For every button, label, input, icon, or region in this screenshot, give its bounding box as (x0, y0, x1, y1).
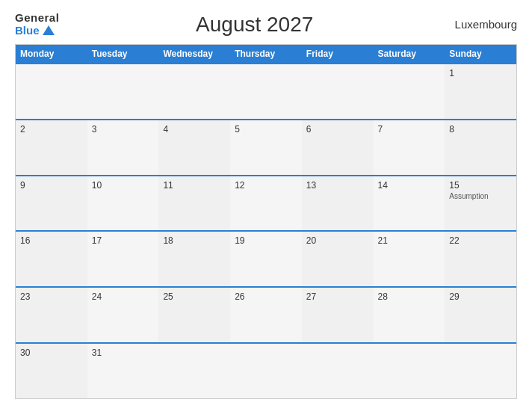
table-row: 26 (230, 288, 302, 342)
day-number: 5 (235, 124, 297, 135)
day-number: 19 (235, 235, 297, 246)
table-row (445, 344, 516, 398)
table-row: 2 (16, 120, 87, 175)
header-day-thursday: Thursday (230, 45, 302, 63)
calendar-week-3: 9101112131415Assumption (16, 175, 516, 231)
header: General Blue August 2027 Luxembourg (15, 12, 517, 37)
table-row: 16 (16, 232, 87, 286)
holiday-label: Assumption (449, 192, 512, 200)
table-row: 21 (374, 232, 445, 286)
calendar-week-2: 2345678 (16, 119, 516, 175)
day-number: 15 (449, 180, 512, 191)
table-row (230, 64, 302, 119)
header-day-tuesday: Tuesday (87, 45, 159, 63)
header-day-sunday: Sunday (445, 45, 516, 63)
header-day-saturday: Saturday (374, 45, 445, 63)
day-number: 6 (306, 124, 369, 135)
table-row: 5 (230, 120, 302, 175)
day-number: 4 (163, 124, 226, 135)
table-row: 8 (445, 120, 516, 175)
table-row (302, 64, 374, 119)
day-number: 24 (92, 291, 155, 302)
logo-triangle-icon (43, 25, 55, 35)
logo-general-text: General (15, 12, 59, 25)
table-row: 17 (87, 232, 159, 286)
table-row: 10 (87, 176, 159, 231)
table-row: 30 (16, 344, 87, 398)
day-number: 16 (20, 235, 83, 246)
day-number: 28 (378, 291, 441, 302)
table-row (374, 344, 445, 398)
calendar-week-5: 23242526272829 (16, 286, 516, 342)
calendar-page: General Blue August 2027 Luxembourg Mond… (0, 0, 532, 411)
table-row: 18 (158, 232, 230, 286)
table-row (158, 64, 230, 119)
table-row: 7 (374, 120, 445, 175)
table-row: 13 (302, 176, 374, 231)
logo: General Blue (15, 12, 59, 37)
day-number: 30 (20, 347, 83, 358)
day-number: 27 (306, 291, 369, 302)
day-number: 9 (20, 180, 83, 191)
day-number: 1 (449, 68, 512, 78)
day-number: 31 (92, 347, 155, 358)
day-number: 23 (20, 291, 83, 302)
calendar: MondayTuesdayWednesdayThursdayFridaySatu… (15, 44, 517, 399)
table-row: 20 (302, 232, 374, 286)
calendar-title: August 2027 (59, 13, 450, 37)
day-number: 13 (306, 180, 369, 191)
table-row: 19 (230, 232, 302, 286)
table-row (230, 344, 302, 398)
day-number: 25 (163, 291, 226, 302)
header-day-friday: Friday (302, 45, 374, 63)
table-row: 4 (158, 120, 230, 175)
table-row (158, 344, 230, 398)
day-number: 17 (92, 235, 155, 246)
table-row: 22 (445, 232, 516, 286)
table-row (87, 64, 159, 119)
country-label: Luxembourg (450, 18, 517, 31)
day-number: 29 (449, 291, 512, 302)
day-number: 12 (235, 180, 297, 191)
table-row: 15Assumption (445, 176, 516, 231)
table-row: 31 (87, 344, 159, 398)
day-number: 11 (163, 180, 226, 191)
table-row (16, 64, 87, 119)
calendar-week-6: 3031 (16, 342, 516, 398)
table-row: 3 (87, 120, 159, 175)
day-number: 20 (306, 235, 369, 246)
calendar-week-1: 1 (16, 63, 516, 119)
day-number: 21 (378, 235, 441, 246)
table-row: 29 (445, 288, 516, 342)
table-row: 27 (302, 288, 374, 342)
day-number: 14 (378, 180, 441, 191)
day-number: 22 (449, 235, 512, 246)
day-number: 7 (378, 124, 441, 135)
day-number: 18 (163, 235, 226, 246)
table-row: 28 (374, 288, 445, 342)
day-number: 2 (20, 124, 83, 135)
calendar-body: 123456789101112131415Assumption161718192… (16, 63, 516, 398)
table-row: 25 (158, 288, 230, 342)
day-number: 8 (449, 124, 512, 135)
table-row (302, 344, 374, 398)
day-number: 26 (235, 291, 297, 302)
calendar-week-4: 16171819202122 (16, 230, 516, 286)
calendar-header-row: MondayTuesdayWednesdayThursdayFridaySatu… (16, 45, 516, 63)
table-row: 12 (230, 176, 302, 231)
table-row: 23 (16, 288, 87, 342)
table-row: 1 (445, 64, 516, 119)
table-row: 14 (374, 176, 445, 231)
table-row (374, 64, 445, 119)
table-row: 6 (302, 120, 374, 175)
day-number: 10 (92, 180, 155, 191)
table-row: 11 (158, 176, 230, 231)
table-row: 9 (16, 176, 87, 231)
logo-blue-text: Blue (15, 25, 55, 37)
header-day-monday: Monday (16, 45, 87, 63)
table-row: 24 (87, 288, 159, 342)
day-number: 3 (92, 124, 155, 135)
header-day-wednesday: Wednesday (158, 45, 230, 63)
